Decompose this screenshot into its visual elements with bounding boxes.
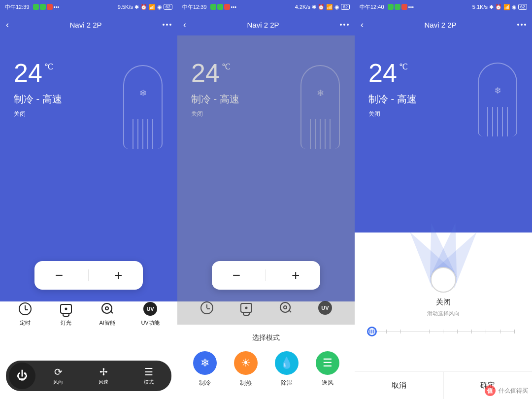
hero-panel: 24 ℃ 制冷 - 高速 关闭 ❄ [355, 35, 532, 233]
header: ‹ Navi 2 2P [0, 14, 177, 35]
temperature-stepper: − + [212, 261, 320, 290]
signal-icon: 📶 [149, 4, 156, 10]
svg-point-0 [102, 303, 112, 313]
signal-icon: 📶 [503, 4, 510, 10]
more-icon[interactable] [340, 24, 349, 26]
watermark: 值 什么值得买 [485, 385, 528, 396]
screen-mode-sheet: 中午12:39 ••• 4.2K/s ✱ ⏰ 📶 ◉ 62 ‹ Navi 2 2… [177, 0, 355, 399]
uv-button[interactable]: UV UV功能 [141, 301, 159, 327]
mode-heat-button[interactable]: ☀ 制热 [234, 351, 258, 387]
temp-decrease-button[interactable]: − [217, 267, 256, 283]
wind-direction-button[interactable]: ⟳ 风向 [53, 366, 63, 386]
status-bar: 中午12:40 ••• 5.1K/s ✱ ⏰ 📶 ◉ 62 [355, 0, 532, 14]
control-bar: ⏻ ⟳ 风向 ✢ 风速 ☰ 模式 [6, 361, 171, 391]
direction-icon: ⟳ [54, 366, 63, 378]
status-netspeed: 5.1K/s [472, 4, 488, 10]
app-indicator-icon [210, 4, 216, 10]
header: ‹ Navi 2 2P [177, 14, 355, 35]
app-indicator-icon [40, 4, 46, 10]
snowflake-icon: ❄ [139, 88, 147, 99]
snowflake-icon: ❄ [494, 85, 501, 96]
slider-thumb[interactable] [367, 327, 377, 336]
mode-button[interactable]: ☰ 模式 [144, 366, 154, 386]
status-time: 中午12:39 [182, 3, 207, 11]
cancel-button[interactable]: 取消 [355, 372, 443, 399]
svg-point-2 [280, 302, 290, 312]
sun-icon: ☀ [234, 351, 258, 375]
wind-cone-graphic [384, 218, 502, 280]
battery-icon: 62 [341, 4, 350, 10]
app-indicator-icon [217, 4, 223, 10]
timer-button[interactable]: 定时 [18, 301, 33, 327]
uv-icon: UV [143, 302, 157, 316]
menu-icon: ☰ [144, 366, 153, 378]
droplet-icon: 💧 [275, 351, 299, 375]
back-icon[interactable]: ‹ [6, 20, 9, 30]
temp-decrease-button[interactable]: − [39, 267, 79, 283]
mode-cool-button[interactable]: ❄ 制冷 [193, 351, 217, 387]
status-time: 中午12:40 [360, 3, 384, 11]
mode-fan-button[interactable]: ☰ 送风 [316, 351, 339, 387]
alarm-icon: ⏰ [318, 4, 325, 10]
uv-icon: UV [318, 301, 332, 315]
app-indicator-icon [33, 4, 39, 10]
temperature-stepper: − + [34, 261, 143, 290]
ai-button[interactable]: AI智能 [99, 301, 115, 327]
status-time: 中午12:39 [5, 3, 30, 11]
clock-icon [200, 301, 213, 314]
clock-icon [19, 302, 32, 315]
snowflake-icon: ❄ [193, 351, 217, 375]
direction-state: 关闭 [436, 298, 451, 307]
wifi-icon: ◉ [334, 4, 339, 10]
ai-head-icon [100, 302, 114, 316]
app-indicator-icon [47, 4, 53, 10]
device-title: Navi 2 2P [424, 21, 456, 29]
back-icon[interactable]: ‹ [183, 20, 186, 30]
light-button[interactable]: 灯光 [59, 301, 73, 327]
battery-icon: 62 [164, 4, 172, 10]
wind-speed-button[interactable]: ✢ 风速 [99, 366, 108, 386]
sheet-title: 选择模式 [177, 333, 355, 342]
more-icon[interactable] [163, 24, 171, 26]
direction-hint: 滑动选择风向 [427, 310, 460, 317]
quick-actions-dimmed: UV [177, 300, 355, 315]
light-icon [240, 303, 252, 313]
wind-icon: ☰ [316, 351, 339, 375]
ai-head-icon [279, 301, 293, 315]
wifi-icon: ◉ [512, 4, 517, 10]
temperature-unit: ℃ [399, 62, 408, 71]
temperature-value: 24 [368, 60, 397, 86]
bluetooth-icon: ✱ [134, 4, 139, 10]
battery-icon: 62 [518, 4, 527, 10]
temp-increase-button[interactable]: + [99, 267, 138, 283]
device-title: Navi 2 2P [69, 21, 101, 29]
alarm-icon: ⏰ [140, 4, 147, 10]
status-netspeed: 4.2K/s [295, 4, 310, 10]
mode-sheet: 选择模式 ❄ 制冷 ☀ 制热 💧 除湿 ☰ 送风 [177, 325, 355, 399]
app-indicator-icon [388, 4, 394, 10]
mode-dry-button[interactable]: 💧 除湿 [275, 351, 299, 387]
bluetooth-icon: ✱ [312, 4, 316, 10]
bluetooth-icon: ✱ [489, 4, 494, 10]
power-button[interactable]: ⏻ [9, 363, 35, 389]
status-bar: 中午12:39 ••• 9.5K/s ✱ ⏰ 📶 ◉ 62 [0, 0, 177, 14]
screen-main: 中午12:39 ••• 9.5K/s ✱ ⏰ 📶 ◉ 62 ‹ Navi 2 2… [0, 0, 177, 399]
light-icon [60, 304, 72, 314]
watermark-text: 什么值得买 [499, 387, 528, 395]
back-icon[interactable]: ‹ [361, 20, 364, 30]
alarm-icon: ⏰ [495, 4, 502, 10]
screen-wind-direction: 中午12:40 ••• 5.1K/s ✱ ⏰ 📶 ◉ 62 ‹ Navi 2 2… [355, 0, 532, 399]
ac-unit-graphic: ❄ [478, 63, 517, 136]
temp-increase-button[interactable]: + [276, 267, 315, 283]
temperature-unit: ℃ [44, 62, 53, 71]
direction-knob[interactable] [431, 267, 456, 293]
device-title: Navi 2 2P [247, 21, 279, 29]
watermark-badge: 值 [485, 385, 496, 396]
direction-slider[interactable] [372, 326, 515, 337]
status-netspeed: 9.5K/s [118, 4, 133, 10]
wifi-icon: ◉ [157, 4, 162, 10]
temperature-value: 24 [14, 60, 42, 86]
status-bar: 中午12:39 ••• 4.2K/s ✱ ⏰ 📶 ◉ 62 [177, 0, 355, 14]
more-icon[interactable] [517, 24, 526, 26]
wind-direction-panel: 关闭 滑动选择风向 [355, 218, 532, 337]
